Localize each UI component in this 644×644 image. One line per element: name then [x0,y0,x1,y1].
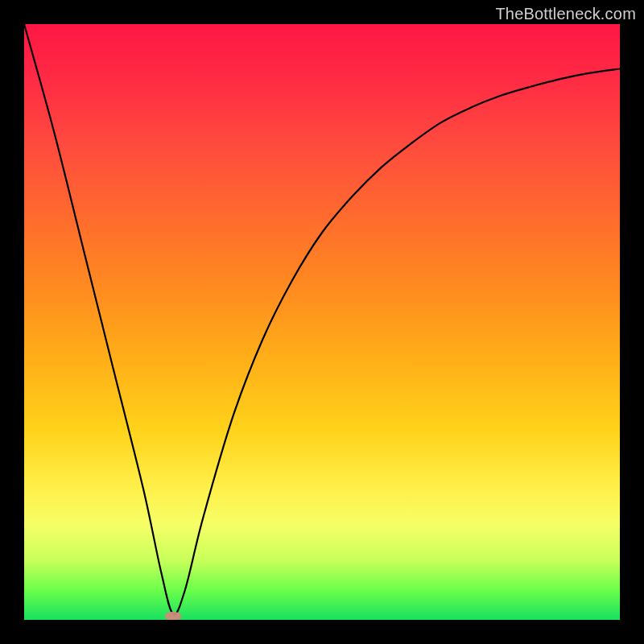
min-marker [165,612,182,620]
watermark-text: TheBottleneck.com [495,5,636,23]
plot-area [24,24,620,620]
chart-frame: TheBottleneck.com [0,0,644,644]
curve-svg [24,24,620,620]
bottleneck-curve [24,24,620,614]
